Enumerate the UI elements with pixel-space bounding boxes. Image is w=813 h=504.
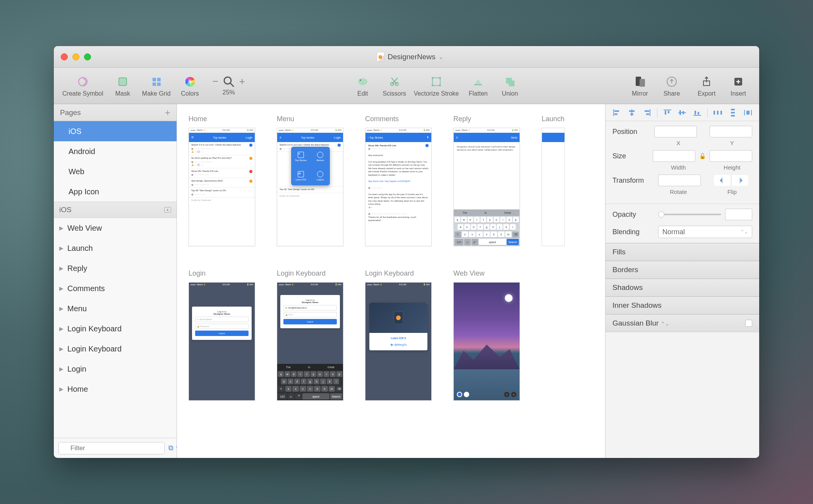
align-bottom-button[interactable] xyxy=(692,108,702,117)
filter-bar: 🔍 ⧉ ✎ 123 xyxy=(54,438,177,458)
borders-header[interactable]: Borders xyxy=(605,261,759,279)
align-top-button[interactable] xyxy=(662,108,672,117)
layer-item[interactable]: ▶Reply xyxy=(54,258,177,278)
close-button[interactable] xyxy=(61,53,68,60)
inner-shadows-header[interactable]: Inner Shadows xyxy=(605,297,759,314)
svg-line-16 xyxy=(391,78,397,84)
disclosure-icon: ▶ xyxy=(59,326,63,332)
canvas[interactable]: Home ●●●●○ Sketch ⚡9:41 AM🔋 42% ☰Top sto… xyxy=(177,104,605,458)
search-icon xyxy=(223,76,235,87)
edit-button[interactable]: Edit xyxy=(350,75,375,97)
shadows-header[interactable]: Shadows xyxy=(605,279,759,297)
collapse-icon[interactable] xyxy=(164,207,171,213)
height-field[interactable] xyxy=(710,150,752,162)
artboard-menu[interactable]: Menu ●●●●○ Sketch ⚡9:41 AM🔋 42% XTop sto… xyxy=(277,115,343,246)
zoom-out-button[interactable]: − xyxy=(213,75,218,87)
page-item-web[interactable]: Web xyxy=(54,161,177,182)
colors-button[interactable]: Colors xyxy=(178,75,202,97)
layer-item[interactable]: ▶Login Keyboard xyxy=(54,339,177,359)
title-dropdown-icon[interactable]: ⌄ xyxy=(439,54,443,60)
svg-rect-50 xyxy=(714,111,715,115)
disclosure-icon: ▶ xyxy=(59,346,63,352)
artboard-login[interactable]: Login ●●●●○ Sketch ⚡9:41 AM🔋 42% Log in … xyxy=(189,269,255,401)
align-right-button[interactable] xyxy=(642,108,652,117)
svg-rect-26 xyxy=(640,79,645,87)
disclosure-icon: ▶ xyxy=(59,245,63,251)
pages-header: Pages + xyxy=(54,104,177,121)
artboard-reply[interactable]: Reply ●●●●○ Sketch ⚡9:41 AM🔋 42% XSend D… xyxy=(453,115,520,246)
size-label: Size xyxy=(612,152,649,160)
blending-select[interactable]: Normal⌃⌄ xyxy=(658,226,752,238)
svg-rect-39 xyxy=(645,110,649,112)
pages-filter-icon[interactable]: ⧉ xyxy=(168,444,173,452)
distribute-v-button[interactable] xyxy=(728,108,738,117)
lock-icon[interactable]: 🔓 xyxy=(699,153,706,159)
layer-item[interactable]: ▶Login Keyboard xyxy=(54,319,177,339)
layer-item[interactable]: ▶Comments xyxy=(54,278,177,298)
svg-rect-36 xyxy=(629,110,635,112)
disclosure-icon: ▶ xyxy=(59,366,63,372)
minimize-button[interactable] xyxy=(72,53,79,60)
artboard-login-keyboard-1[interactable]: Login Keyboard ●●●●○ Sketch ⚡9:41 AM🔋 42… xyxy=(277,269,343,401)
layer-item[interactable]: ▶Launch xyxy=(54,238,177,258)
svg-rect-4 xyxy=(157,78,161,81)
flip-h-button[interactable] xyxy=(714,175,731,186)
toolbar: Create Symbol Mask Make Grid Colors − + xyxy=(54,68,759,104)
svg-line-15 xyxy=(392,78,398,84)
blending-label: Blending xyxy=(612,228,654,236)
zoom-in-button[interactable]: + xyxy=(239,75,245,87)
svg-rect-54 xyxy=(731,112,735,113)
layer-item[interactable]: ▶Menu xyxy=(54,298,177,319)
page-item-appicon[interactable]: App Icon xyxy=(54,182,177,202)
layer-item[interactable]: ▶Web View xyxy=(54,218,177,238)
vectorize-button[interactable]: Vectorize Stroke xyxy=(414,75,459,97)
insert-button[interactable]: Insert xyxy=(726,75,751,97)
svg-rect-5 xyxy=(153,82,156,86)
create-symbol-button[interactable]: Create Symbol xyxy=(62,75,103,97)
svg-rect-57 xyxy=(746,111,750,115)
filter-input[interactable] xyxy=(58,442,165,454)
svg-point-31 xyxy=(396,315,401,320)
align-hcenter-button[interactable] xyxy=(627,108,637,117)
share-button[interactable]: Share xyxy=(659,75,684,97)
position-x-field[interactable] xyxy=(654,126,697,137)
make-grid-button[interactable]: Make Grid xyxy=(142,75,171,97)
fills-header[interactable]: Fills xyxy=(605,243,759,261)
flip-v-button[interactable] xyxy=(731,175,748,186)
layer-item[interactable]: ▶Home xyxy=(54,379,177,399)
opacity-field[interactable] xyxy=(725,209,752,220)
align-vcenter-button[interactable] xyxy=(677,108,687,117)
export-button[interactable]: Export xyxy=(694,75,719,97)
artboard-webview[interactable]: Web View ‹› xyxy=(453,269,520,401)
opacity-slider[interactable] xyxy=(658,214,721,215)
gaussian-blur-header[interactable]: Gaussian Blur⌃⌄ xyxy=(605,314,759,332)
scissors-button[interactable]: Scissors xyxy=(382,75,407,97)
artboard-home[interactable]: Home ●●●●○ Sketch ⚡9:41 AM🔋 42% ☰Top sto… xyxy=(189,115,255,246)
blur-checkbox[interactable] xyxy=(745,320,752,327)
distribute-h-button[interactable] xyxy=(713,108,723,117)
position-y-field[interactable] xyxy=(710,126,752,137)
transform-label: Transform xyxy=(612,177,654,185)
mask-button[interactable]: Mask xyxy=(110,75,135,97)
window-title: DesignerNews xyxy=(388,53,436,61)
layer-item[interactable]: ▶Login xyxy=(54,359,177,379)
align-left-button[interactable] xyxy=(612,108,622,117)
zoom-button[interactable] xyxy=(84,53,91,60)
page-item-android[interactable]: Android xyxy=(54,141,177,161)
page-item-ios[interactable]: iOS xyxy=(54,121,177,141)
mirror-button[interactable]: Mirror xyxy=(628,75,652,97)
union-button[interactable]: Union xyxy=(497,75,522,97)
flatten-button[interactable]: Flatten xyxy=(466,75,491,97)
artboard-launch[interactable]: Launch xyxy=(542,115,565,246)
artboard-comments[interactable]: Comments ●●●●○ Sketch ⚡9:41 AM🔋 42% ‹ To… xyxy=(365,115,432,246)
width-field[interactable] xyxy=(653,150,695,162)
rotate-field[interactable] xyxy=(658,175,701,186)
svg-rect-19 xyxy=(439,77,441,79)
distribute-spacing-button[interactable] xyxy=(743,108,753,117)
blur-dropdown-icon[interactable]: ⌃⌄ xyxy=(661,321,669,327)
position-label: Position xyxy=(612,128,650,136)
add-page-button[interactable]: + xyxy=(165,107,170,118)
artboard-login-keyboard-2[interactable]: Login Keyboard ●●●●○ Sketch ⚡9:41 AM🔋 42… xyxy=(365,269,432,401)
svg-rect-52 xyxy=(720,111,722,115)
traffic-lights xyxy=(61,53,91,60)
